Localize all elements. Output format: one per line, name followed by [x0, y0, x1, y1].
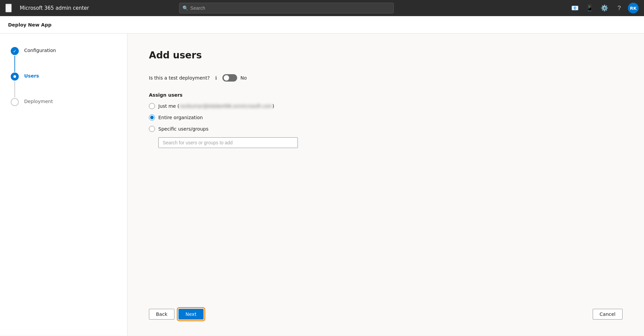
footer-buttons: Back Next Cancel	[149, 282, 623, 320]
step-deployment: Deployment	[11, 98, 116, 106]
sidebar: ✓ Configuration Users	[0, 34, 127, 336]
step-circle-users	[11, 73, 19, 81]
info-icon[interactable]: ℹ️	[215, 75, 217, 81]
radio-label-specific-users: Specific users/groups	[158, 126, 208, 132]
top-navigation: ⊞ Microsoft 365 admin center 🔍 📧 📱 ⚙️ ? …	[0, 0, 644, 16]
test-deployment-label: Is this a test deployment?	[149, 75, 210, 81]
settings-icon[interactable]: ⚙️	[598, 2, 610, 14]
feedback-icon[interactable]: 📧	[569, 2, 581, 14]
step-circle-deployment	[11, 98, 19, 106]
radio-just-me[interactable]: Just me (ravikumar@Adobe496.onmicrosoft.…	[149, 103, 623, 109]
blurred-email: ravikumar@Adobe496.onmicrosoft.com	[179, 103, 272, 109]
toggle-knob	[224, 75, 229, 81]
mobile-icon[interactable]: 📱	[584, 2, 596, 14]
radio-input-entire-org[interactable]	[149, 114, 155, 121]
radio-input-just-me[interactable]	[149, 103, 155, 109]
toggle-container[interactable]: No	[222, 74, 247, 82]
user-group-search-input[interactable]	[158, 137, 298, 148]
test-deployment-row: Is this a test deployment? ℹ️ No	[149, 74, 623, 82]
radio-label-just-me: Just me (ravikumar@Adobe496.onmicrosoft.…	[158, 103, 274, 109]
step-label-deployment: Deployment	[24, 98, 53, 104]
main-layout: ✓ Configuration Users	[0, 34, 644, 336]
search-input[interactable]	[179, 3, 394, 13]
waffle-icon[interactable]: ⊞	[5, 4, 12, 12]
nav-actions: 📧 📱 ⚙️ ? RK	[569, 2, 639, 14]
assign-users-label: Assign users	[149, 92, 623, 98]
stepper: ✓ Configuration Users	[0, 47, 127, 106]
section-title: Add users	[149, 50, 623, 61]
content-area: Add users Is this a test deployment? ℹ️ …	[127, 34, 644, 336]
step-configuration: ✓ Configuration	[11, 47, 116, 73]
page-title: Deploy New App	[8, 22, 51, 28]
search-box-container	[158, 137, 623, 148]
step-label-configuration: Configuration	[24, 47, 56, 53]
cancel-btn-container: Cancel	[593, 309, 623, 320]
radio-entire-org[interactable]: Entire organization	[149, 114, 623, 121]
step-circle-configuration: ✓	[11, 47, 19, 55]
test-deployment-toggle[interactable]	[222, 74, 237, 82]
step-line-1	[14, 56, 15, 72]
avatar[interactable]: RK	[628, 3, 639, 13]
app-title: Microsoft 365 admin center	[20, 5, 89, 11]
search-container: 🔍	[179, 3, 394, 13]
help-icon[interactable]: ?	[613, 2, 625, 14]
step-users: Users	[11, 73, 116, 98]
step-label-users: Users	[24, 73, 39, 79]
radio-label-entire-org: Entire organization	[158, 115, 203, 120]
step-line-2	[14, 81, 15, 97]
page-header: Deploy New App	[0, 16, 644, 34]
search-icon: 🔍	[182, 5, 188, 11]
toggle-label: No	[240, 75, 247, 81]
back-button[interactable]: Back	[149, 309, 174, 320]
assign-users-section: Assign users Just me (ravikumar@Adobe496…	[149, 92, 623, 148]
radio-input-specific-users[interactable]	[149, 126, 155, 132]
next-button[interactable]: Next	[178, 309, 204, 320]
cancel-button[interactable]: Cancel	[593, 309, 623, 320]
radio-specific-users[interactable]: Specific users/groups	[149, 126, 623, 132]
radio-group: Just me (ravikumar@Adobe496.onmicrosoft.…	[149, 103, 623, 132]
